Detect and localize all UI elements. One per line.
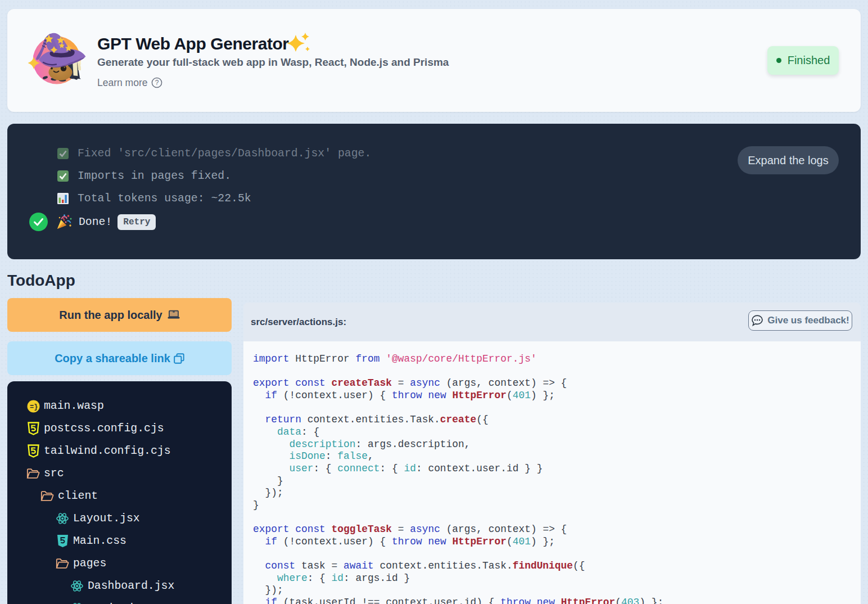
svg-text:=}: =} [30, 403, 38, 411]
svg-text:?: ? [155, 79, 159, 87]
